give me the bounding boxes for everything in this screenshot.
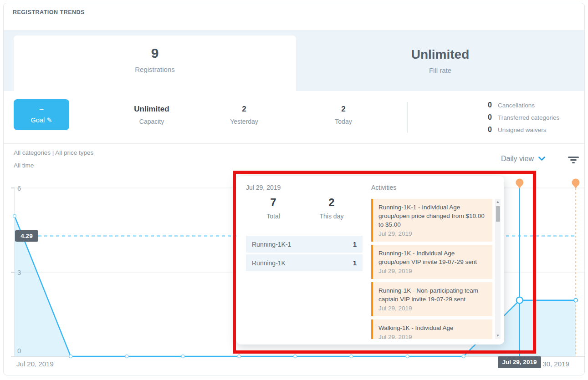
fill-rate-value: Unlimited — [296, 47, 584, 62]
tooltip-stat-total: 7 Total — [246, 196, 301, 220]
hovered-date-badge: Jul 29, 2019 — [498, 356, 541, 368]
yesterday-value: 2 — [203, 105, 285, 114]
activities-scrollbar[interactable]: ▲ ▼ — [495, 199, 501, 339]
side-stat-row: 0Unsigned waivers — [482, 126, 559, 134]
side-stat-label: Unsigned waivers — [498, 127, 547, 133]
activity-text: Running-1K-1 - Individual Age group/open… — [378, 203, 487, 229]
activity-text: Walking-1K - Individual Age — [378, 324, 487, 332]
today-label: Today — [302, 118, 384, 125]
activity-item: Running-1K-1 - Individual Age group/open… — [371, 199, 492, 242]
x-axis-label: Jul 20, 2019 — [16, 360, 54, 368]
scroll-up-icon[interactable]: ▲ — [495, 199, 501, 205]
side-stats: 0Cancellations0Transferred categories0Un… — [482, 101, 559, 138]
activity-date: Jul 29, 2019 — [378, 230, 487, 237]
registrations-count: 9 — [14, 46, 296, 61]
side-stat-row: 0Cancellations — [482, 101, 559, 109]
y-tick-label: 6 — [17, 184, 21, 192]
filter-categories: All categories | All price types — [14, 149, 93, 156]
category-count: 1 — [353, 236, 357, 253]
data-point — [406, 355, 409, 358]
tab-fill-rate[interactable]: Unlimited Fill rate — [296, 35, 584, 91]
activities-title: Activities — [371, 184, 396, 191]
side-stat-label: Transferred categories — [498, 114, 559, 121]
category-name: Running-1K-1 — [252, 241, 291, 248]
stat-capacity: Unlimited Capacity — [111, 105, 193, 125]
activity-text: Running-1K - Individual Age group/open V… — [378, 249, 487, 266]
tooltip-category-rows: Running-1K-11Running-1K1 — [246, 236, 363, 273]
yesterday-label: Yesterday — [203, 118, 285, 125]
chevron-down-icon — [538, 157, 545, 161]
side-stat-row: 0Transferred categories — [482, 113, 559, 122]
category-count: 1 — [353, 254, 357, 271]
activities-list: Running-1K-1 - Individual Age group/open… — [371, 199, 492, 339]
category-name: Running-1K — [252, 259, 286, 267]
tooltip-date: Jul 29, 2019 — [246, 184, 281, 191]
capacity-value: Unlimited — [111, 105, 193, 114]
activity-item: Walking-1K - Individual AgeJul 29, 2019 — [371, 319, 492, 339]
highlighted-data-point — [516, 297, 523, 304]
data-point — [125, 355, 128, 358]
side-stat-value: 0 — [482, 126, 492, 134]
tooltip-category-row: Running-1K1 — [246, 254, 363, 271]
tooltip-category-row: Running-1K-11 — [246, 236, 363, 253]
pencil-icon: ✎ — [46, 117, 52, 124]
data-point — [462, 355, 465, 358]
scroll-down-icon[interactable]: ▼ — [495, 333, 501, 339]
side-stat-label: Cancellations — [498, 102, 535, 109]
activity-date: Jul 29, 2019 — [378, 334, 487, 339]
data-point — [237, 355, 240, 358]
data-point — [181, 355, 184, 358]
average-value-badge: 4.29 — [15, 230, 38, 242]
registrations-label: Registrations — [14, 66, 296, 73]
activity-item: Running-1K - Individual Age group/open V… — [371, 245, 492, 279]
capacity-label: Capacity — [111, 118, 193, 125]
data-point — [350, 355, 353, 358]
scrollbar-thumb[interactable] — [496, 206, 500, 222]
view-selector-value: Daily view — [501, 155, 534, 163]
filter-time: All time — [14, 162, 34, 169]
activity-text: Running-1K - Non-participating team capt… — [378, 286, 487, 304]
goal-value: – — [14, 105, 69, 114]
stat-today: 2 Today — [302, 105, 384, 125]
tooltip-stat-this-day: 2 This day — [304, 196, 359, 220]
filter-icon[interactable] — [568, 157, 579, 165]
activity-date: Jul 29, 2019 — [378, 268, 487, 274]
tab-registrations[interactable]: 9 Registrations — [14, 35, 296, 91]
side-stat-value: 0 — [482, 101, 492, 109]
data-point — [574, 299, 578, 302]
goal-button[interactable]: – Goal ✎ — [14, 99, 69, 130]
fill-rate-label: Fill rate — [296, 66, 584, 74]
today-value: 2 — [302, 105, 384, 114]
data-point — [13, 214, 16, 218]
data-point — [69, 355, 72, 358]
data-point — [294, 355, 297, 358]
stats-divider — [407, 102, 408, 133]
chart-tooltip-card: Jul 29, 2019 7 Total 2 This day Running-… — [236, 176, 504, 345]
stat-yesterday: 2 Yesterday — [203, 105, 285, 125]
activity-date: Jul 29, 2019 — [378, 305, 487, 312]
view-selector[interactable]: Daily view — [501, 155, 545, 163]
goal-label: Goal — [31, 117, 45, 124]
page-title: REGISTRATION TRENDS — [13, 9, 85, 15]
side-stat-value: 0 — [482, 113, 492, 122]
activity-item: Running-1K - Non-participating team capt… — [371, 282, 492, 316]
